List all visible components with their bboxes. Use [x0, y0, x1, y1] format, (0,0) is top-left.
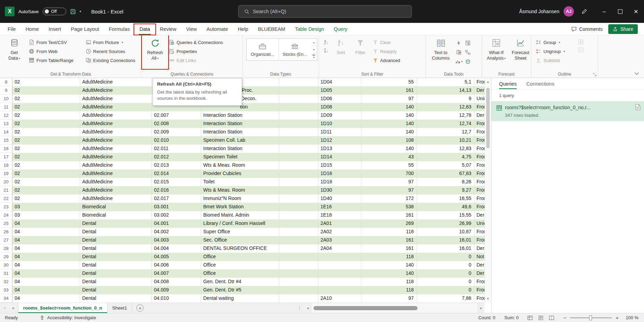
cell[interactable]: 10,87: [417, 228, 474, 236]
cell[interactable]: 172: [361, 194, 417, 203]
cell[interactable]: Dental: [80, 244, 152, 253]
cell[interactable]: 5,07: [417, 161, 474, 169]
cell[interactable]: Office: [201, 269, 279, 278]
cell[interactable]: 02: [12, 111, 80, 120]
cell[interactable]: 04.006: [152, 261, 201, 269]
cell[interactable]: From: [474, 128, 484, 136]
cell[interactable]: 0: [417, 269, 474, 278]
cell[interactable]: 140: [361, 111, 417, 120]
cell[interactable]: From: [474, 169, 484, 178]
cell[interactable]: Deriv: [474, 111, 484, 120]
from-picture-button[interactable]: From Picture ▾: [83, 38, 140, 47]
cell[interactable]: Dental waiting: [201, 294, 279, 303]
cell[interactable]: From: [474, 294, 484, 303]
recent-sources-button[interactable]: Recent Sources: [83, 47, 140, 56]
cell[interactable]: 10,21: [417, 136, 474, 145]
cell[interactable]: 1D30: [318, 186, 361, 194]
cell[interactable]: 1D09: [318, 111, 361, 120]
row-header[interactable]: 29: [0, 253, 12, 261]
cell[interactable]: [318, 253, 361, 261]
cell[interactable]: From: [474, 203, 484, 211]
cell[interactable]: From: [474, 178, 484, 186]
tab-home[interactable]: Home: [20, 23, 44, 35]
cell[interactable]: 1E16: [318, 203, 361, 211]
cell[interactable]: 118: [361, 253, 417, 261]
cell[interactable]: 8,26: [417, 178, 474, 186]
cell[interactable]: 5,1: [417, 78, 474, 86]
what-if-analysis-button[interactable]: What-IfAnalysis▾: [484, 36, 508, 61]
row-header[interactable]: 12: [0, 111, 12, 120]
tab-automate[interactable]: Automate: [202, 23, 233, 35]
zoom-level[interactable]: 100 %: [622, 315, 638, 320]
cell[interactable]: 04: [12, 294, 80, 303]
cell[interactable]: [279, 186, 318, 194]
cell[interactable]: Dental: [80, 278, 152, 286]
cell[interactable]: 04: [12, 269, 80, 278]
cell[interactable]: [279, 161, 318, 169]
cell[interactable]: 04.007: [152, 269, 201, 278]
cell[interactable]: 02: [12, 95, 80, 103]
cell[interactable]: Wts & Meas. Room: [201, 186, 279, 194]
cell[interactable]: 1D05: [318, 86, 361, 95]
cell[interactable]: 02.015: [152, 178, 201, 186]
cell[interactable]: 2A04: [318, 244, 361, 253]
cell[interactable]: 97: [361, 95, 417, 103]
cell[interactable]: AdultMedicine: [80, 169, 152, 178]
cell[interactable]: Office: [201, 253, 279, 261]
cell[interactable]: From: [474, 153, 484, 161]
cell[interactable]: 02.008: [152, 120, 201, 128]
cell[interactable]: 16,01: [417, 244, 474, 253]
cell[interactable]: 538: [361, 203, 417, 211]
cell[interactable]: 67,83: [417, 169, 474, 178]
zoom-slider[interactable]: [570, 317, 612, 318]
cell[interactable]: 12,78: [417, 111, 474, 120]
quick-access-caret-icon[interactable]: ▾: [80, 10, 81, 13]
cell[interactable]: [279, 211, 318, 219]
cell[interactable]: AdultMedicine: [80, 120, 152, 128]
cell[interactable]: 2A02: [318, 228, 361, 236]
cell[interactable]: 1D40: [318, 194, 361, 203]
refresh-all-button[interactable]: RefreshAll▾: [144, 36, 166, 61]
cell[interactable]: Immuniz"N Room: [201, 194, 279, 203]
cell[interactable]: Gen. Dent. Dtr #4: [201, 278, 279, 286]
row-header[interactable]: 25: [0, 219, 12, 228]
cell[interactable]: Interaction Station: [201, 128, 279, 136]
query-list-item[interactable]: rooms?$select=room_function_0_no,r... 34…: [491, 101, 644, 121]
cell[interactable]: AdultMedicine: [80, 161, 152, 169]
row-header[interactable]: 13: [0, 120, 12, 128]
cell[interactable]: 2A01: [318, 219, 361, 228]
cell[interactable]: 140: [361, 103, 417, 111]
cell[interactable]: Provider Cubicles: [201, 169, 279, 178]
cell[interactable]: [279, 111, 318, 120]
forecast-sheet-button[interactable]: ForecastSheet: [508, 36, 533, 61]
cell[interactable]: 97: [361, 186, 417, 194]
tab-page-layout[interactable]: Page Layout: [66, 23, 104, 35]
sheet-nav-left-icon[interactable]: ◄: [0, 306, 9, 310]
cell[interactable]: 1D12: [318, 136, 361, 145]
cell[interactable]: Wts & Meas. Room: [201, 161, 279, 169]
cell[interactable]: 02: [12, 78, 80, 86]
tab-help[interactable]: Help: [233, 23, 253, 35]
horizontal-scroll-thumb[interactable]: [314, 306, 418, 310]
flash-fill-button[interactable]: [454, 38, 463, 47]
zoom-slider-knob[interactable]: [589, 315, 592, 320]
share-button[interactable]: Share: [608, 24, 638, 34]
cell[interactable]: Toilet: [201, 178, 279, 186]
cell[interactable]: [279, 236, 318, 244]
row-header[interactable]: 19: [0, 169, 12, 178]
cell[interactable]: 140: [361, 269, 417, 278]
cell[interactable]: Specimen Coll. Lab: [201, 136, 279, 145]
cell[interactable]: DENTAL SURGEON OFFICE: [201, 244, 279, 253]
cell[interactable]: 02.013: [152, 161, 201, 169]
cell[interactable]: 04: [12, 286, 80, 294]
cell[interactable]: [318, 286, 361, 294]
cell[interactable]: 16,01: [417, 236, 474, 244]
cell[interactable]: [279, 153, 318, 161]
cell[interactable]: 02.011: [152, 145, 201, 153]
horizontal-scrollbar[interactable]: ◄ ►: [304, 303, 484, 313]
cell[interactable]: From: [474, 278, 484, 286]
comments-button[interactable]: Comments: [571, 26, 603, 32]
properties-button[interactable]: Properties: [166, 47, 238, 56]
cell[interactable]: 118: [361, 286, 417, 294]
cell[interactable]: 02: [12, 194, 80, 203]
